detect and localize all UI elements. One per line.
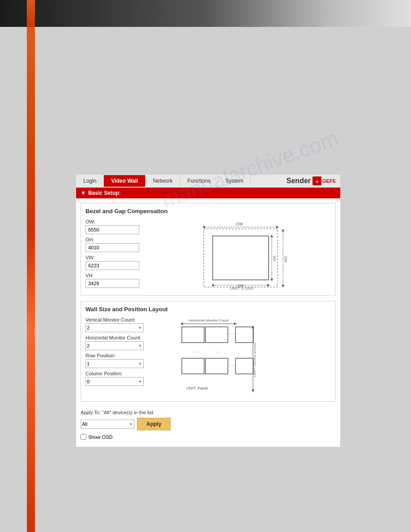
wall-form: Vertical Monitor Count: 2 1 3 4 Horizont… xyxy=(86,317,157,397)
content-area: Bezel and Gap Compensation OW: OH: VW: xyxy=(76,198,340,447)
horizontal-count-select[interactable]: 2 1 3 4 xyxy=(86,341,144,350)
bezel-section: Bezel and Gap Compensation OW: OH: VW: xyxy=(81,203,336,296)
wall-svg-diagram: Horizontal Monitor Count Vertical Monito… xyxy=(162,317,256,395)
bezel-section-title: Bezel and Gap Compensation xyxy=(86,208,331,215)
svg-text:G: G xyxy=(316,180,318,184)
row-position-label: Row Position: xyxy=(86,353,157,358)
apply-label: Apply To: "All" device(s) in the list xyxy=(81,410,336,415)
brand-sender-label: Sender xyxy=(287,177,311,185)
apply-select[interactable]: All xyxy=(81,420,134,429)
vh-row: VH: xyxy=(86,273,148,288)
bezel-layout: OW: OH: VW: VH: xyxy=(86,219,331,291)
gefe-text: GEFE xyxy=(322,178,336,184)
horizontal-count-wrapper: 2 1 3 4 xyxy=(86,341,144,350)
vw-row: VW: xyxy=(86,255,148,270)
show-osd-checkbox[interactable] xyxy=(81,434,86,440)
svg-rect-15 xyxy=(206,327,228,343)
section-header: ▼ Basic Setup: xyxy=(76,188,340,198)
svg-rect-6 xyxy=(204,229,278,287)
show-osd-row: Show OSD xyxy=(81,434,336,440)
left-sidebar xyxy=(27,27,35,532)
svg-rect-17 xyxy=(235,327,253,343)
column-position-wrapper: 0 1 2 xyxy=(86,377,144,386)
vertical-count-select[interactable]: 2 1 3 4 xyxy=(86,323,144,332)
svg-rect-23 xyxy=(206,358,228,374)
horizontal-count-row: Horizontal Monitor Count: 2 1 3 4 xyxy=(86,335,157,350)
svg-rect-7 xyxy=(213,236,269,280)
apply-row: All Apply xyxy=(81,418,336,430)
gefe-icon: G xyxy=(313,176,321,185)
top-bar xyxy=(0,0,411,27)
vh-input[interactable] xyxy=(86,279,139,288)
row-position-wrapper: 1 0 2 xyxy=(86,359,144,368)
bezel-svg-diagram: OW OH V xyxy=(195,219,289,291)
top-bar-accent xyxy=(27,0,35,27)
tab-network[interactable]: Network xyxy=(146,175,180,187)
show-osd-label: Show OSD xyxy=(88,434,112,440)
svg-text:···: ··· xyxy=(194,348,199,355)
vertical-count-label: Vertical Monitor Count: xyxy=(86,317,157,322)
row-position-row: Row Position: 1 0 2 xyxy=(86,353,157,368)
horizontal-count-label: Horizontal Monitor Count: xyxy=(86,335,157,340)
bezel-unit: UNIT: 0.1mm xyxy=(230,286,254,291)
apply-button[interactable]: Apply xyxy=(137,418,171,430)
column-position-select[interactable]: 0 1 2 xyxy=(86,377,144,386)
vh-label: VH: xyxy=(86,273,148,278)
svg-rect-14 xyxy=(182,327,204,343)
oh-label: OH: xyxy=(86,237,148,242)
tab-login[interactable]: Login xyxy=(76,175,104,187)
wall-diagram: Horizontal Monitor Count Vertical Monito… xyxy=(162,317,331,397)
ow-label: OW: xyxy=(86,219,148,224)
svg-text:OW: OW xyxy=(236,222,243,226)
column-position-label: Column Position: xyxy=(86,371,157,376)
bezel-diagram: OW OH V xyxy=(153,219,331,291)
column-position-row: Column Position: 0 1 2 xyxy=(86,371,157,386)
oh-row: OH: xyxy=(86,237,148,252)
apply-section: Apply To: "All" device(s) in the list Al… xyxy=(81,407,336,442)
vw-label: VW: xyxy=(86,255,148,260)
svg-text:···: ··· xyxy=(214,348,219,355)
wall-section-title: Wall Size and Position Layout xyxy=(86,306,331,313)
vw-input[interactable] xyxy=(86,261,139,270)
tab-videowall[interactable]: Video Wall xyxy=(104,175,146,187)
ow-input[interactable] xyxy=(86,225,139,234)
row-position-select[interactable]: 1 0 2 xyxy=(86,359,144,368)
apply-select-wrapper: All xyxy=(81,420,134,429)
section-title: Basic Setup: xyxy=(88,190,121,196)
svg-text:VH: VH xyxy=(272,256,277,262)
tab-functions[interactable]: Functions xyxy=(180,175,218,187)
oh-input[interactable] xyxy=(86,243,139,252)
svg-rect-25 xyxy=(235,358,253,374)
bezel-form: OW: OH: VW: VH: xyxy=(86,219,148,291)
svg-rect-22 xyxy=(182,358,204,374)
nav-tabs: Login Video Wall Network Functions Syste… xyxy=(76,175,340,188)
gefe-logo: G GEFE xyxy=(313,176,336,185)
brand-area: Sender G GEFE xyxy=(282,175,340,187)
wall-section: Wall Size and Position Layout Vertical M… xyxy=(81,301,336,402)
svg-text:OH: OH xyxy=(283,256,288,262)
vertical-count-wrapper: 2 1 3 4 xyxy=(86,323,144,332)
browser-window: Login Video Wall Network Functions Syste… xyxy=(76,175,340,447)
section-arrow: ▼ xyxy=(81,190,86,196)
svg-text:Horizontal Monitor Count: Horizontal Monitor Count xyxy=(189,318,229,322)
ow-row: OW: xyxy=(86,219,148,234)
vertical-count-row: Vertical Monitor Count: 2 1 3 4 xyxy=(86,317,157,332)
tab-system[interactable]: System xyxy=(218,175,251,187)
wall-layout: Vertical Monitor Count: 2 1 3 4 Horizont… xyxy=(86,317,331,397)
svg-text:UNIT: Panel: UNIT: Panel xyxy=(186,386,208,390)
